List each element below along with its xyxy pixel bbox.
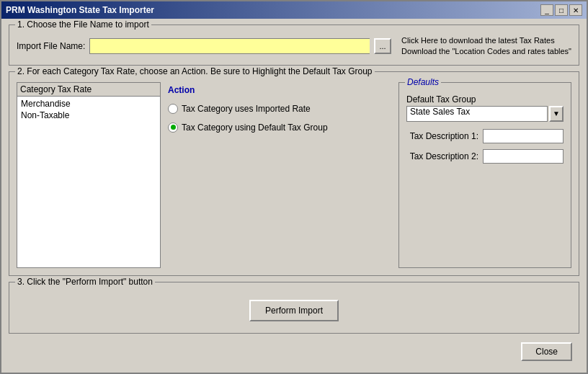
dropdown-arrow-button[interactable]: ▼ [549, 106, 564, 122]
default-tax-group-input[interactable]: State Sales Tax [406, 106, 548, 122]
radio-row-2[interactable]: Tax Category using Default Tax Group [168, 123, 391, 133]
action-label: Action [168, 85, 391, 95]
tax-desc1-input[interactable] [483, 129, 564, 143]
radio-imported-rate-label: Tax Category uses Imported Rate [182, 104, 311, 114]
close-window-button[interactable]: ✕ [569, 4, 582, 16]
footer: Close [9, 339, 579, 367]
download-line1: Click Here to download the latest Tax Ra… [401, 35, 571, 46]
list-items: Merchandise Non-Taxable [17, 97, 160, 267]
section3: 3. Click the "Perform Import" button Per… [9, 282, 579, 334]
tax-desc2-input[interactable] [483, 149, 564, 164]
default-tax-group-label: Default Tax Group [406, 94, 564, 104]
maximize-button[interactable]: □ [555, 4, 568, 16]
radio-default-tax-group[interactable] [168, 123, 178, 133]
close-button[interactable]: Close [521, 342, 572, 361]
perform-import-area: Perform Import [17, 293, 571, 326]
category-list-box: Category Tax Rate Merchandise Non-Taxabl… [17, 82, 161, 268]
default-tax-group-row: Default Tax Group State Sales Tax ▼ [406, 94, 564, 122]
default-tax-group-dropdown-row: State Sales Tax ▼ [406, 106, 564, 122]
radio-default-tax-group-label: Tax Category using Default Tax Group [182, 123, 328, 133]
title-bar-buttons: _ □ ✕ [540, 4, 582, 16]
tax-desc1-label: Tax Description 1: [406, 131, 478, 141]
section2-content: Category Tax Rate Merchandise Non-Taxabl… [17, 82, 571, 268]
download-text: Click Here to download the latest Tax Ra… [401, 35, 571, 58]
window-content: 1. Choose the File Name to import Import… [1, 19, 587, 373]
defaults-section: Defaults Default Tax Group State Sales T… [398, 82, 571, 268]
radio-row-1[interactable]: Tax Category uses Imported Rate [168, 104, 391, 114]
minimize-button[interactable]: _ [540, 4, 553, 16]
download-line2: Download the "Location Codes and rates t… [401, 46, 571, 57]
list-header: Category Tax Rate [17, 83, 160, 97]
defaults-title: Defaults [405, 77, 441, 87]
defaults-content: Default Tax Group State Sales Tax ▼ Tax … [406, 94, 564, 164]
section2: 2. For each Category Tax Rate, choose an… [9, 71, 579, 276]
title-bar: PRM Washington State Tax Importer _ □ ✕ [1, 1, 587, 19]
list-item[interactable]: Non-Taxable [19, 110, 159, 121]
section3-label: 3. Click the "Perform Import" button [15, 277, 155, 287]
tax-desc1-row: Tax Description 1: [406, 129, 564, 143]
import-file-label: Import File Name: [17, 41, 85, 51]
perform-import-button[interactable]: Perform Import [249, 300, 339, 321]
action-section: Action Tax Category uses Imported Rate T… [168, 82, 391, 268]
import-row: Import File Name: ... Click Here to down… [17, 35, 571, 58]
section2-label: 2. For each Category Tax Rate, choose an… [15, 66, 375, 76]
tax-desc2-label: Tax Description 2: [406, 151, 478, 161]
window-title: PRM Washington State Tax Importer [6, 5, 154, 15]
section1-label: 1. Choose the File Name to import [15, 19, 151, 30]
browse-button[interactable]: ... [374, 38, 391, 54]
list-item[interactable]: Merchandise [19, 98, 159, 110]
radio-imported-rate[interactable] [168, 104, 178, 114]
section1: 1. Choose the File Name to import Import… [9, 25, 579, 66]
tax-desc2-row: Tax Description 2: [406, 149, 564, 164]
main-window: PRM Washington State Tax Importer _ □ ✕ … [0, 0, 588, 374]
import-file-input[interactable] [89, 38, 370, 54]
